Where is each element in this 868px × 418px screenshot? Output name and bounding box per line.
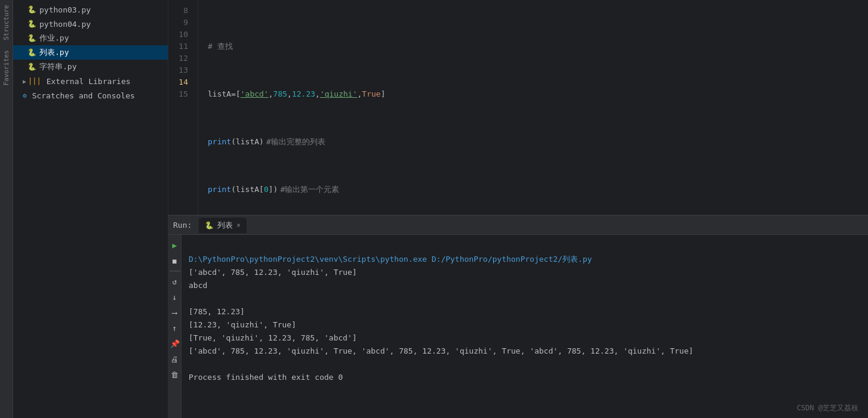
line-num-9: 9 <box>168 17 193 29</box>
file-tree-sidebar: 🐍 python03.py 🐍 python04.py 🐍 作业.py 🐍 列表… <box>13 0 168 418</box>
py-file-icon: 🐍 <box>27 63 36 71</box>
output-line-2: abcd <box>189 281 207 290</box>
file-zuoye[interactable]: 🐍 作业.py <box>13 31 168 45</box>
line-num-8: 8 <box>168 5 193 17</box>
line8-comment: # 查找 <box>208 41 233 52</box>
console-bottom-area: ▶ ◼ ↺ ↓ ⟶ ↑ 📌 🖨 🗑 D:\PythonPro\pythonPro… <box>168 235 868 418</box>
run-tab-name: 列表 <box>217 220 233 231</box>
stop-button[interactable]: ◼ <box>168 254 181 267</box>
left-vertical-strip: Structure Favorites <box>0 0 13 418</box>
scratches-and-consoles[interactable]: ⚙ Scratches and Consoles <box>13 88 168 103</box>
line-numbers: 8 9 10 11 12 13 14 15 <box>168 0 198 215</box>
rerun-button[interactable]: ↺ <box>168 275 181 288</box>
line-num-13: 13 <box>168 64 193 76</box>
print-button[interactable]: 🖨 <box>168 352 181 366</box>
scratch-name: Scratches and Consoles <box>32 91 135 100</box>
console-toolbar-strip: ▶ ◼ ↺ ↓ ⟶ ↑ 📌 🖨 🗑 <box>168 235 181 418</box>
output-line-6: ['abcd', 785, 12.23, 'qiuzhi', True, 'ab… <box>189 346 693 355</box>
run-button[interactable]: ▶ <box>168 239 181 252</box>
file-liebiao[interactable]: 🐍 列表.py <box>13 45 168 60</box>
line-num-14: 14 <box>168 76 193 88</box>
file-name: 列表.py <box>39 47 69 58</box>
code-line-8: # 查找 <box>208 41 858 52</box>
scroll-up-button[interactable]: ↑ <box>168 321 181 335</box>
lib-icon: ||| <box>28 77 41 85</box>
external-libraries[interactable]: ▶ ||| External Libraries <box>13 74 168 88</box>
toolbar-divider <box>170 271 180 271</box>
file-name: python03.py <box>39 5 91 14</box>
output-line-finish: Process finished with exit code 0 <box>189 373 343 382</box>
lib-name: External Libraries <box>47 77 131 86</box>
line-num-12: 12 <box>168 52 193 64</box>
py-file-icon: 🐍 <box>27 48 36 57</box>
run-tab-icon: 🐍 <box>205 221 214 230</box>
py-file-icon: 🐍 <box>27 5 36 14</box>
editor-pane: 8 9 10 11 12 13 14 15 # 查找 listA=['abcd'… <box>168 0 868 215</box>
file-tree: 🐍 python03.py 🐍 python04.py 🐍 作业.py 🐍 列表… <box>13 0 168 418</box>
console-path-line: D:\PythonPro\pythonProject2\venv\Scripts… <box>189 255 592 264</box>
output-line-5: [True, 'qiuzhi', 12.23, 785, 'abcd'] <box>189 333 357 342</box>
py-file-icon: 🐍 <box>27 20 36 28</box>
run-toolbar: Run: 🐍 列表 ✕ <box>168 216 868 235</box>
soft-wrap-button[interactable]: ⟶ <box>168 306 181 319</box>
output-line-1: ['abcd', 785, 12.23, 'qiuzhi', True] <box>189 268 357 277</box>
scratch-icon: ⚙ <box>23 92 27 100</box>
code-editor[interactable]: # 查找 listA=['abcd',785,12.23,'qiuzhi',Tr… <box>198 0 868 215</box>
pin-button[interactable]: 📌 <box>168 337 181 350</box>
code-line-11: print(listA[0])#输出第一个元素 <box>208 184 858 196</box>
bottom-run-panel: Run: 🐍 列表 ✕ ▶ ◼ ↺ ↓ ⟶ ↑ 📌 🖨 🗑 <box>168 215 868 418</box>
line-num-10: 10 <box>168 29 193 41</box>
watermark: CSDN @芝芝又荔枝 <box>797 403 858 413</box>
main-editor-area: 8 9 10 11 12 13 14 15 # 查找 listA=['abcd'… <box>168 0 868 418</box>
run-tab-close[interactable]: ✕ <box>236 221 241 229</box>
code-line-9: listA=['abcd',785,12.23,'qiuzhi',True] <box>208 88 858 100</box>
scroll-down-button[interactable]: ↓ <box>168 290 181 304</box>
py-file-icon: 🐍 <box>27 34 36 42</box>
line-num-11: 11 <box>168 41 193 52</box>
console-output[interactable]: D:\PythonPro\pythonProject2\venv\Scripts… <box>181 235 868 418</box>
file-name: python04.py <box>39 20 91 29</box>
output-line-3: [785, 12.23] <box>189 307 245 316</box>
file-python03[interactable]: 🐍 python03.py <box>13 2 168 17</box>
favorites-label[interactable]: Favorites <box>1 45 11 91</box>
run-label: Run: <box>173 221 192 230</box>
structure-label[interactable]: Structure <box>1 0 11 45</box>
output-line-4: [12.23, 'qiuzhi', True] <box>189 320 296 329</box>
file-name: 作业.py <box>39 33 69 44</box>
file-name: 字符串.py <box>39 61 76 72</box>
code-line-10: print(listA)#输出完整的列表 <box>208 136 858 148</box>
run-tab-liebiao[interactable]: 🐍 列表 ✕ <box>199 218 247 233</box>
tree-arrow: ▶ <box>23 78 26 85</box>
clear-button[interactable]: 🗑 <box>168 368 181 381</box>
line-num-15: 15 <box>168 88 193 100</box>
file-zifuchuan[interactable]: 🐍 字符串.py <box>13 60 168 74</box>
file-python04[interactable]: 🐍 python04.py <box>13 17 168 31</box>
console-inner: D:\PythonPro\pythonProject2\venv\Scripts… <box>181 235 868 418</box>
